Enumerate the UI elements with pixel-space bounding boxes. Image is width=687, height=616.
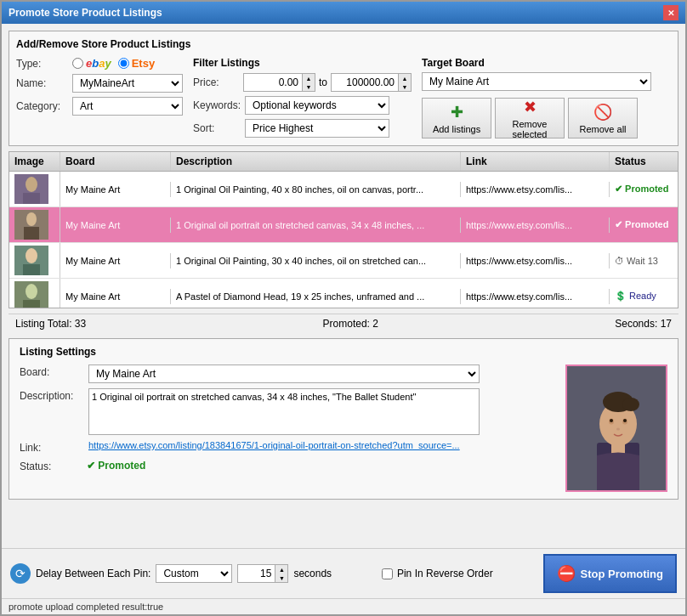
target-board-select[interactable]: My Maine Art [422,72,651,91]
svg-point-1 [26,177,37,192]
etsy-logo: Etsy [132,57,155,70]
seconds-down[interactable]: ▼ [275,574,287,582]
category-label: Category: [16,100,67,112]
svg-point-17 [622,398,639,411]
store-name-select[interactable]: MyMaineArt [72,74,183,93]
price-min-up[interactable]: ▲ [303,74,315,82]
promoted-stat: Promoted: 2 [323,318,378,330]
target-board-label: Target Board [422,57,651,69]
status-footer: promote upload completed result:true [2,598,685,614]
table-body: My Maine Art 1 Original Oil Painting, 40… [9,172,678,308]
price-max-wrap: ▲ ▼ [331,73,412,92]
settings-board-select[interactable]: My Maine Art [88,365,480,383]
close-button[interactable]: ✕ [663,5,678,20]
cell-board-4: My Maine Art [60,289,171,304]
cell-desc-3: 1 Original Oil Painting, 30 x 40 inches,… [171,253,461,268]
settings-fields: Board: My Maine Art Description: 1 Origi… [20,365,557,492]
keywords-row: Keywords: Optional keywords [193,96,412,115]
svg-point-7 [26,248,37,263]
listing-total-label: Listing Total: [15,318,72,330]
top-section: Type: ebay Etsy [16,57,671,138]
add-listings-button[interactable]: ✚ Add listings [422,98,491,138]
remove-selected-button[interactable]: ✖ Remove selected [495,98,565,138]
price-max-input[interactable] [331,73,399,92]
table-header: Image Board Description Link Status [9,152,678,172]
settings-link-value[interactable]: https://www.etsy.com/listing/183841675/1… [88,440,460,450]
store-category-select[interactable]: Art [72,97,183,116]
table-row[interactable]: My Maine Art 1 Original Oil Painting, 30… [9,243,678,279]
delay-label: Delay Between Each Pin: [36,568,150,579]
price-min-input[interactable] [243,73,303,92]
stop-btn-label: Stop Promoting [581,568,664,580]
target-group: Target Board My Maine Art ✚ Add listings… [422,57,651,138]
cell-image [9,172,60,206]
action-buttons: ✚ Add listings ✖ Remove selected 🚫 Remov… [422,98,651,138]
bottom-bar: ⟳ Delay Between Each Pin: Custom 5 10 15… [2,548,685,598]
preview-image [565,365,667,492]
delay-select[interactable]: Custom 5 10 15 30 60 [156,564,232,583]
ebay-radio[interactable] [72,58,83,69]
col-link: Link [461,152,610,171]
footer-status-text: promote upload completed result:true [9,602,163,612]
remove-all-button[interactable]: 🚫 Remove all [568,98,638,138]
cell-link-2: https://www.etsy.com/lis... [461,218,610,233]
filter-title-row: Filter Listings [193,57,412,69]
seconds-up[interactable]: ▲ [275,565,287,574]
table-row[interactable]: My Maine Art 1 Original Oil Painting, 40… [9,172,678,207]
cell-link-3: https://www.etsy.com/lis... [461,253,610,268]
store-category-row: Category: Art [16,97,183,116]
svg-rect-23 [611,441,625,454]
price-label: Price: [193,76,240,88]
ebay-radio-label[interactable]: ebay [72,57,111,70]
col-description: Description [171,152,461,171]
add-icon: ✚ [451,103,463,122]
cell-desc-4: A Pastel of Diamond Head, 19 x 25 inches… [171,289,461,304]
sort-select[interactable]: Price Highest Price Lowest Newest Oldest [245,119,389,138]
filter-title: Filter Listings [193,57,260,69]
thumb-img-2 [14,210,48,240]
svg-point-20 [610,419,613,422]
seconds-value: 17 [661,318,672,330]
settings-description-field[interactable]: 1 Original oil portrait on stretched can… [88,388,480,435]
etsy-radio[interactable] [118,58,129,69]
price-row: Price: ▲ ▼ to ▲ [193,73,412,92]
svg-rect-5 [24,227,39,240]
pin-reverse-checkbox[interactable] [382,568,393,579]
sort-row: Sort: Price Highest Price Lowest Newest … [193,119,412,138]
cell-image-3 [9,243,60,278]
price-max-up[interactable]: ▲ [399,74,411,82]
remove-selected-icon: ✖ [524,98,537,116]
store-name-row: Name: MyMaineArt [16,74,183,93]
thumb-3 [14,246,48,275]
preview-portrait [567,366,667,492]
target-board-section: Target Board My Maine Art [422,57,651,91]
cell-board-2: My Maine Art [60,218,171,233]
listing-total-value: 33 [75,318,86,330]
name-label: Name: [16,77,67,89]
settings-desc-label: Description: [20,388,83,402]
seconds-input[interactable] [237,564,275,583]
price-min-down[interactable]: ▼ [303,82,315,91]
thumb-2 [14,210,48,240]
settings-status-label: Status: [20,459,83,472]
main-window: Promote Store Product Listings ✕ Add/Rem… [0,0,687,616]
price-min-wrap: ▲ ▼ [243,73,315,92]
keywords-select[interactable]: Optional keywords [245,96,389,115]
cell-desc-2: 1 Original oil portrait on stretched can… [171,218,461,233]
listings-table: Image Board Description Link Status [9,151,678,308]
col-image: Image [9,152,60,171]
table-row[interactable]: My Maine Art A Pastel of Diamond Head, 1… [9,279,678,308]
col-status: Status [610,152,678,171]
svg-point-4 [26,212,37,226]
thumb-img-1 [14,174,48,204]
store-type-row: Type: ebay Etsy [16,57,183,70]
stop-promoting-button[interactable]: ⛔ Stop Promoting [543,554,678,593]
cell-status-2: ✔ Promoted [610,217,678,233]
top-section-title: Add/Remove Store Product Listings [16,38,671,50]
cell-status-3: ⏱ Wait 13 [610,253,678,268]
table-row[interactable]: My Maine Art 1 Original oil portrait on … [9,207,678,243]
price-max-down[interactable]: ▼ [399,82,411,91]
delay-icon: ⟳ [10,563,31,584]
listing-settings: Listing Settings Board: My Maine Art Des… [9,338,678,500]
etsy-radio-label[interactable]: Etsy [118,57,155,70]
